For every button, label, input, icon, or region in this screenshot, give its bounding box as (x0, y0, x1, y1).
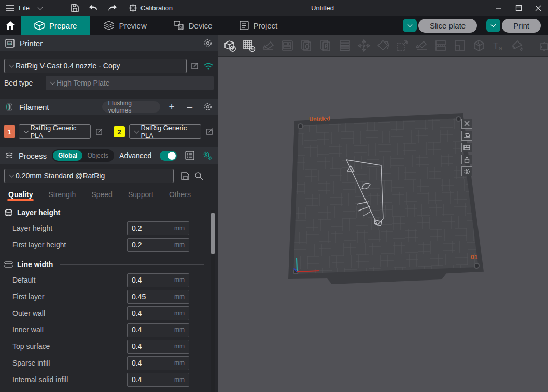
process-preset-select[interactable]: 0.20mm Standard @RatRig (4, 169, 174, 183)
delete-plate-icon[interactable] (461, 119, 472, 129)
lock-plate-icon[interactable] (461, 155, 472, 164)
redo-button[interactable] (105, 2, 120, 15)
add-filament-button[interactable]: + (165, 101, 178, 113)
calibration-icon (129, 4, 137, 12)
edit-filament-1-button[interactable] (95, 128, 103, 136)
tab-speed[interactable]: Speed (91, 190, 112, 201)
minimize-icon (496, 5, 502, 11)
close-button[interactable] (528, 0, 548, 16)
bed-type-select[interactable]: High Temp Plate (46, 76, 214, 90)
assembly-view-icon[interactable] (539, 39, 548, 52)
add-plate-icon[interactable] (242, 39, 256, 52)
split-to-objects-icon[interactable] (300, 39, 313, 52)
rotate-icon[interactable] (376, 39, 390, 52)
layer-height-input[interactable]: 0.2 mm (127, 221, 189, 235)
tab-others[interactable]: Others (169, 190, 191, 201)
save-preset-button[interactable] (181, 172, 190, 180)
printer-icon (5, 39, 15, 48)
flushing-volumes-button[interactable]: Flushing volumes (102, 101, 160, 113)
compare-presets-button[interactable] (203, 151, 213, 160)
restore-button[interactable] (509, 0, 528, 16)
assembly-icon[interactable] (472, 39, 486, 52)
printer-settings-button[interactable] (203, 38, 213, 48)
plate-name-label[interactable]: Untitled (309, 115, 330, 122)
color-paint-icon[interactable] (511, 39, 524, 52)
filament-settings-button[interactable] (203, 102, 213, 111)
build-plate[interactable] (288, 113, 484, 285)
filament-1-color-badge[interactable]: 1 (4, 125, 15, 138)
save-button[interactable] (67, 2, 83, 15)
print-button[interactable]: Print (502, 19, 541, 33)
move-icon[interactable] (357, 39, 371, 52)
tab-project[interactable]: Project (226, 16, 291, 35)
calibration-label: Calibration (140, 4, 173, 12)
mesh-boolean-icon[interactable] (453, 39, 467, 52)
filament-2-select[interactable]: RatRig Generic PLA (129, 124, 201, 139)
minimize-button[interactable] (489, 0, 509, 16)
viewport-3d[interactable]: Ta Untitled 01 (218, 35, 548, 392)
printer-preset-select[interactable]: RatRig V-Cast 0.4 nozzle - Copy (4, 59, 187, 73)
search-settings-button[interactable] (194, 172, 203, 180)
divider (67, 213, 204, 213)
first-layer-height-input[interactable]: 0.2 mm (127, 238, 189, 252)
cut-icon[interactable] (434, 39, 447, 52)
default-line-width-input[interactable]: 0.4 mm (127, 273, 189, 287)
internal-solid-infill-line-width-input[interactable]: 0.4 mm (127, 373, 189, 387)
sparse-infill-line-width-input[interactable]: 0.4 mm (127, 356, 189, 370)
scrollbar-thumb[interactable] (211, 213, 215, 254)
tab-project-label: Project (254, 21, 278, 30)
tab-strength[interactable]: Strength (48, 190, 76, 201)
remove-filament-button[interactable]: – (183, 101, 196, 113)
edit-printer-button[interactable] (190, 62, 199, 71)
home-icon (5, 21, 16, 30)
param-layer-height: Layer height 0.2 mm (0, 220, 218, 236)
layer-height-icon (4, 209, 13, 216)
slice-plate-button[interactable]: Slice plate (418, 19, 477, 33)
section-title: Layer height (17, 208, 60, 217)
wifi-icon (203, 62, 214, 70)
scope-objects-button[interactable]: Objects (82, 152, 113, 159)
bed-type-value: High Temp Plate (57, 79, 109, 87)
svg-text:a: a (499, 45, 502, 52)
home-button[interactable] (0, 16, 21, 35)
tab-device[interactable]: Device (160, 16, 226, 35)
outer-wall-line-width-input[interactable]: 0.4 mm (127, 306, 189, 320)
variable-layer-height-icon[interactable] (338, 39, 352, 52)
calibration-button[interactable]: Calibration (129, 4, 173, 12)
tab-preview[interactable]: Preview (90, 16, 160, 35)
tab-support[interactable]: Support (128, 190, 153, 201)
auto-orient-icon[interactable] (261, 39, 275, 52)
file-menu-dropdown[interactable] (33, 2, 48, 15)
split-to-parts-icon[interactable] (319, 39, 332, 52)
slice-options-button[interactable] (403, 19, 417, 32)
arrange-icon[interactable] (280, 39, 294, 52)
printer-connection-button[interactable] (203, 62, 214, 70)
scope-global-button[interactable]: Global (53, 150, 82, 161)
tab-quality[interactable]: Quality (8, 190, 33, 201)
plate-settings-icon[interactable] (461, 166, 472, 176)
scale-icon[interactable] (396, 39, 409, 52)
arrange-plate-icon[interactable] (461, 143, 472, 152)
inner-wall-line-width-input[interactable]: 0.4 mm (127, 323, 189, 337)
tab-prepare[interactable]: Prepare (21, 16, 90, 35)
print-options-button[interactable] (486, 19, 500, 32)
filament-2-color-badge[interactable]: 2 (114, 126, 125, 137)
undo-button[interactable] (86, 2, 102, 15)
top-surface-line-width-input[interactable]: 0.4 mm (127, 340, 189, 354)
chevron-down-icon (134, 129, 139, 134)
first-layer-line-width-input[interactable]: 0.45 mm (127, 290, 189, 304)
settings-scrollbar[interactable] (211, 210, 215, 392)
edit-filament-2-button[interactable] (205, 128, 214, 136)
file-menu[interactable]: File (5, 4, 30, 12)
add-object-icon[interactable] (223, 39, 236, 52)
lay-on-face-icon[interactable] (415, 39, 428, 52)
prepare-cube-icon (34, 21, 45, 31)
parameter-table-button[interactable] (185, 151, 194, 160)
filament-1-select[interactable]: RatRig Generic PLA (19, 124, 91, 139)
filament-1-value: RatRig Generic PLA (30, 124, 87, 139)
text-icon[interactable]: Ta (491, 39, 505, 52)
plate-screw-hole (456, 116, 461, 122)
advanced-toggle[interactable] (160, 151, 177, 161)
hamburger-icon (5, 5, 15, 12)
orient-plate-icon[interactable] (461, 131, 472, 141)
